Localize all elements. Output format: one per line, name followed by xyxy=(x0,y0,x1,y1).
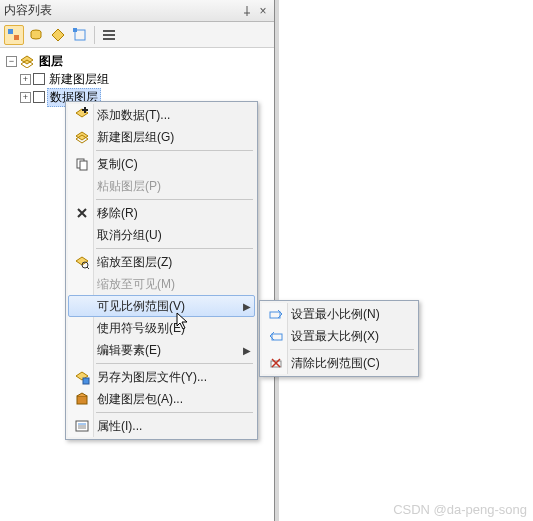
save-layer-icon xyxy=(69,369,95,385)
expand-icon[interactable]: + xyxy=(20,92,31,103)
watermark: CSDN @da-peng-song xyxy=(393,502,527,517)
menu-label: 清除比例范围(C) xyxy=(289,355,415,372)
menu-separator xyxy=(96,150,253,151)
menu-label: 另存为图层文件(Y)... xyxy=(95,369,254,386)
svg-rect-0 xyxy=(8,29,13,34)
menu-label: 属性(I)... xyxy=(95,418,254,435)
tree-root-row[interactable]: − 图层 xyxy=(2,52,272,70)
root-label[interactable]: 图层 xyxy=(37,53,65,70)
menu-label: 可见比例范围(V) xyxy=(95,298,240,315)
pin-icon[interactable] xyxy=(242,6,256,16)
svg-rect-22 xyxy=(83,378,89,384)
tree-child-row[interactable]: + 新建图层组 xyxy=(2,70,272,88)
remove-icon xyxy=(69,206,95,220)
set-max-scale-icon xyxy=(263,328,289,344)
submenu-arrow-icon: ▶ xyxy=(240,301,254,312)
svg-rect-23 xyxy=(77,396,87,404)
menu-label: 粘贴图层(P) xyxy=(95,178,254,195)
menu-properties[interactable]: 属性(I)... xyxy=(68,415,255,437)
svg-rect-17 xyxy=(80,161,87,170)
menu-zoom-visible: 缩放至可见(M) xyxy=(68,273,255,295)
menu-paste: 粘贴图层(P) xyxy=(68,175,255,197)
submenu-arrow-icon: ▶ xyxy=(240,345,254,356)
menu-separator xyxy=(96,412,253,413)
svg-rect-6 xyxy=(103,30,115,32)
menu-label: 复制(C) xyxy=(95,156,254,173)
menu-edit-feature[interactable]: 编辑要素(E) ▶ xyxy=(68,339,255,361)
menu-separator xyxy=(96,363,253,364)
menu-label: 设置最小比例(N) xyxy=(289,306,415,323)
child-label[interactable]: 新建图层组 xyxy=(47,71,111,88)
menu-label: 移除(R) xyxy=(95,205,254,222)
toolbar-separator xyxy=(94,26,95,44)
list-by-visibility-button[interactable] xyxy=(48,25,68,45)
scale-range-submenu: 设置最小比例(N) 设置最大比例(X) 清除比例范围(C) xyxy=(259,300,419,377)
menu-label: 使用符号级别(E) xyxy=(95,320,254,337)
menu-label: 缩放至可见(M) xyxy=(95,276,254,293)
zoom-layer-icon xyxy=(69,254,95,270)
add-data-icon xyxy=(69,107,95,123)
layer-context-menu: 添加数据(T)... 新建图层组(G) 复制(C) 粘贴图层(P) 移除(R) … xyxy=(65,101,258,440)
svg-line-20 xyxy=(87,267,89,269)
visibility-checkbox[interactable] xyxy=(33,73,45,85)
menu-symbol-level[interactable]: 使用符号级别(E) xyxy=(68,317,255,339)
properties-icon xyxy=(69,418,95,434)
copy-icon xyxy=(69,156,95,172)
svg-rect-8 xyxy=(103,38,115,40)
svg-marker-3 xyxy=(52,29,64,41)
menu-label: 编辑要素(E) xyxy=(95,342,240,359)
menu-ungroup[interactable]: 取消分组(U) xyxy=(68,224,255,246)
submenu-clear-scale[interactable]: 清除比例范围(C) xyxy=(262,352,416,374)
menu-new-group[interactable]: 新建图层组(G) xyxy=(68,126,255,148)
set-min-scale-icon xyxy=(263,306,289,322)
list-by-source-button[interactable] xyxy=(26,25,46,45)
menu-separator xyxy=(290,349,414,350)
menu-create-package[interactable]: 创建图层包(A)... xyxy=(68,388,255,410)
menu-label: 添加数据(T)... xyxy=(95,107,254,124)
menu-separator xyxy=(96,199,253,200)
map-canvas[interactable] xyxy=(275,0,533,521)
submenu-set-min[interactable]: 设置最小比例(N) xyxy=(262,303,416,325)
svg-rect-13 xyxy=(82,109,88,111)
collapse-icon[interactable]: − xyxy=(6,56,17,67)
menu-zoom-layer[interactable]: 缩放至图层(Z) xyxy=(68,251,255,273)
menu-separator xyxy=(96,248,253,249)
menu-label: 取消分组(U) xyxy=(95,227,254,244)
submenu-set-max[interactable]: 设置最大比例(X) xyxy=(262,325,416,347)
toc-toolbar xyxy=(0,22,274,48)
menu-label: 创建图层包(A)... xyxy=(95,391,254,408)
list-by-selection-button[interactable] xyxy=(70,25,90,45)
svg-rect-7 xyxy=(103,34,115,36)
svg-rect-1 xyxy=(14,35,19,40)
panel-header: 内容列表 × xyxy=(0,0,274,22)
layers-icon xyxy=(19,54,35,68)
menu-label: 缩放至图层(Z) xyxy=(95,254,254,271)
menu-copy[interactable]: 复制(C) xyxy=(68,153,255,175)
panel-title: 内容列表 xyxy=(4,2,242,19)
menu-label: 新建图层组(G) xyxy=(95,129,254,146)
new-group-icon xyxy=(69,129,95,145)
menu-scale-range[interactable]: 可见比例范围(V) ▶ xyxy=(68,295,255,317)
options-button[interactable] xyxy=(99,25,119,45)
svg-rect-5 xyxy=(73,28,77,32)
close-icon[interactable]: × xyxy=(256,4,270,18)
package-icon xyxy=(69,391,95,407)
menu-remove[interactable]: 移除(R) xyxy=(68,202,255,224)
menu-save-as-layer[interactable]: 另存为图层文件(Y)... xyxy=(68,366,255,388)
visibility-checkbox[interactable] xyxy=(33,91,45,103)
menu-add-data[interactable]: 添加数据(T)... xyxy=(68,104,255,126)
clear-scale-icon xyxy=(263,355,289,371)
menu-label: 设置最大比例(X) xyxy=(289,328,415,345)
list-by-drawing-order-button[interactable] xyxy=(4,25,24,45)
svg-marker-14 xyxy=(76,132,88,140)
expand-icon[interactable]: + xyxy=(20,74,31,85)
